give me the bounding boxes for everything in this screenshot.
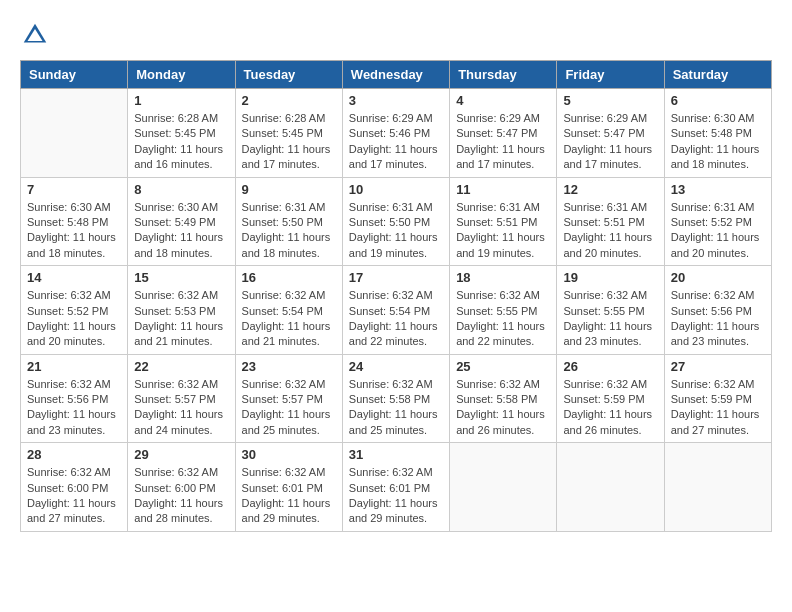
calendar-header-sunday: Sunday xyxy=(21,61,128,89)
day-number: 18 xyxy=(456,270,550,285)
day-info: Sunrise: 6:32 AMSunset: 6:01 PMDaylight:… xyxy=(242,465,336,527)
day-number: 27 xyxy=(671,359,765,374)
calendar-cell xyxy=(450,443,557,532)
calendar-cell: 25Sunrise: 6:32 AMSunset: 5:58 PMDayligh… xyxy=(450,354,557,443)
day-number: 3 xyxy=(349,93,443,108)
day-info: Sunrise: 6:31 AMSunset: 5:51 PMDaylight:… xyxy=(456,200,550,262)
calendar-cell: 19Sunrise: 6:32 AMSunset: 5:55 PMDayligh… xyxy=(557,266,664,355)
day-info: Sunrise: 6:32 AMSunset: 5:59 PMDaylight:… xyxy=(563,377,657,439)
day-number: 31 xyxy=(349,447,443,462)
calendar-cell: 2Sunrise: 6:28 AMSunset: 5:45 PMDaylight… xyxy=(235,89,342,178)
calendar-cell: 23Sunrise: 6:32 AMSunset: 5:57 PMDayligh… xyxy=(235,354,342,443)
day-number: 19 xyxy=(563,270,657,285)
calendar-cell: 15Sunrise: 6:32 AMSunset: 5:53 PMDayligh… xyxy=(128,266,235,355)
day-info: Sunrise: 6:29 AMSunset: 5:46 PMDaylight:… xyxy=(349,111,443,173)
day-number: 26 xyxy=(563,359,657,374)
calendar-cell: 12Sunrise: 6:31 AMSunset: 5:51 PMDayligh… xyxy=(557,177,664,266)
day-number: 17 xyxy=(349,270,443,285)
calendar-header-saturday: Saturday xyxy=(664,61,771,89)
calendar-cell: 7Sunrise: 6:30 AMSunset: 5:48 PMDaylight… xyxy=(21,177,128,266)
calendar-cell: 10Sunrise: 6:31 AMSunset: 5:50 PMDayligh… xyxy=(342,177,449,266)
day-info: Sunrise: 6:32 AMSunset: 5:53 PMDaylight:… xyxy=(134,288,228,350)
day-number: 21 xyxy=(27,359,121,374)
day-number: 22 xyxy=(134,359,228,374)
day-info: Sunrise: 6:28 AMSunset: 5:45 PMDaylight:… xyxy=(134,111,228,173)
calendar-cell xyxy=(664,443,771,532)
calendar-cell: 4Sunrise: 6:29 AMSunset: 5:47 PMDaylight… xyxy=(450,89,557,178)
day-number: 15 xyxy=(134,270,228,285)
day-info: Sunrise: 6:29 AMSunset: 5:47 PMDaylight:… xyxy=(456,111,550,173)
calendar-week-row-0: 1Sunrise: 6:28 AMSunset: 5:45 PMDaylight… xyxy=(21,89,772,178)
day-info: Sunrise: 6:32 AMSunset: 5:56 PMDaylight:… xyxy=(27,377,121,439)
calendar-cell: 9Sunrise: 6:31 AMSunset: 5:50 PMDaylight… xyxy=(235,177,342,266)
day-number: 20 xyxy=(671,270,765,285)
calendar-cell: 20Sunrise: 6:32 AMSunset: 5:56 PMDayligh… xyxy=(664,266,771,355)
logo-icon xyxy=(20,20,50,50)
calendar-cell: 14Sunrise: 6:32 AMSunset: 5:52 PMDayligh… xyxy=(21,266,128,355)
day-info: Sunrise: 6:32 AMSunset: 6:00 PMDaylight:… xyxy=(134,465,228,527)
day-number: 13 xyxy=(671,182,765,197)
calendar-cell: 28Sunrise: 6:32 AMSunset: 6:00 PMDayligh… xyxy=(21,443,128,532)
calendar-cell: 6Sunrise: 6:30 AMSunset: 5:48 PMDaylight… xyxy=(664,89,771,178)
day-info: Sunrise: 6:32 AMSunset: 5:54 PMDaylight:… xyxy=(349,288,443,350)
calendar-header-tuesday: Tuesday xyxy=(235,61,342,89)
day-info: Sunrise: 6:32 AMSunset: 5:58 PMDaylight:… xyxy=(349,377,443,439)
day-number: 28 xyxy=(27,447,121,462)
day-number: 2 xyxy=(242,93,336,108)
day-number: 4 xyxy=(456,93,550,108)
day-info: Sunrise: 6:32 AMSunset: 5:55 PMDaylight:… xyxy=(563,288,657,350)
calendar-header-row: SundayMondayTuesdayWednesdayThursdayFrid… xyxy=(21,61,772,89)
day-info: Sunrise: 6:32 AMSunset: 5:59 PMDaylight:… xyxy=(671,377,765,439)
calendar-cell: 16Sunrise: 6:32 AMSunset: 5:54 PMDayligh… xyxy=(235,266,342,355)
calendar-cell: 31Sunrise: 6:32 AMSunset: 6:01 PMDayligh… xyxy=(342,443,449,532)
day-number: 6 xyxy=(671,93,765,108)
calendar-week-row-4: 28Sunrise: 6:32 AMSunset: 6:00 PMDayligh… xyxy=(21,443,772,532)
day-info: Sunrise: 6:32 AMSunset: 5:56 PMDaylight:… xyxy=(671,288,765,350)
calendar-week-row-1: 7Sunrise: 6:30 AMSunset: 5:48 PMDaylight… xyxy=(21,177,772,266)
calendar-cell: 11Sunrise: 6:31 AMSunset: 5:51 PMDayligh… xyxy=(450,177,557,266)
calendar-cell: 17Sunrise: 6:32 AMSunset: 5:54 PMDayligh… xyxy=(342,266,449,355)
day-number: 14 xyxy=(27,270,121,285)
calendar-table: SundayMondayTuesdayWednesdayThursdayFrid… xyxy=(20,60,772,532)
calendar-cell xyxy=(21,89,128,178)
calendar-cell: 22Sunrise: 6:32 AMSunset: 5:57 PMDayligh… xyxy=(128,354,235,443)
day-info: Sunrise: 6:32 AMSunset: 6:00 PMDaylight:… xyxy=(27,465,121,527)
logo xyxy=(20,20,54,50)
day-number: 1 xyxy=(134,93,228,108)
day-info: Sunrise: 6:31 AMSunset: 5:50 PMDaylight:… xyxy=(242,200,336,262)
calendar-cell: 18Sunrise: 6:32 AMSunset: 5:55 PMDayligh… xyxy=(450,266,557,355)
day-number: 9 xyxy=(242,182,336,197)
day-info: Sunrise: 6:31 AMSunset: 5:51 PMDaylight:… xyxy=(563,200,657,262)
day-info: Sunrise: 6:32 AMSunset: 5:57 PMDaylight:… xyxy=(242,377,336,439)
day-number: 5 xyxy=(563,93,657,108)
day-info: Sunrise: 6:30 AMSunset: 5:49 PMDaylight:… xyxy=(134,200,228,262)
day-info: Sunrise: 6:31 AMSunset: 5:52 PMDaylight:… xyxy=(671,200,765,262)
day-number: 10 xyxy=(349,182,443,197)
page-header xyxy=(20,20,772,50)
calendar-week-row-2: 14Sunrise: 6:32 AMSunset: 5:52 PMDayligh… xyxy=(21,266,772,355)
calendar-cell: 8Sunrise: 6:30 AMSunset: 5:49 PMDaylight… xyxy=(128,177,235,266)
calendar-header-wednesday: Wednesday xyxy=(342,61,449,89)
calendar-cell: 24Sunrise: 6:32 AMSunset: 5:58 PMDayligh… xyxy=(342,354,449,443)
day-number: 23 xyxy=(242,359,336,374)
day-info: Sunrise: 6:32 AMSunset: 5:58 PMDaylight:… xyxy=(456,377,550,439)
calendar-cell: 26Sunrise: 6:32 AMSunset: 5:59 PMDayligh… xyxy=(557,354,664,443)
day-info: Sunrise: 6:32 AMSunset: 6:01 PMDaylight:… xyxy=(349,465,443,527)
calendar-week-row-3: 21Sunrise: 6:32 AMSunset: 5:56 PMDayligh… xyxy=(21,354,772,443)
day-number: 30 xyxy=(242,447,336,462)
day-number: 7 xyxy=(27,182,121,197)
calendar-cell: 29Sunrise: 6:32 AMSunset: 6:00 PMDayligh… xyxy=(128,443,235,532)
day-number: 24 xyxy=(349,359,443,374)
calendar-cell: 30Sunrise: 6:32 AMSunset: 6:01 PMDayligh… xyxy=(235,443,342,532)
calendar-cell: 1Sunrise: 6:28 AMSunset: 5:45 PMDaylight… xyxy=(128,89,235,178)
day-info: Sunrise: 6:28 AMSunset: 5:45 PMDaylight:… xyxy=(242,111,336,173)
day-info: Sunrise: 6:30 AMSunset: 5:48 PMDaylight:… xyxy=(27,200,121,262)
day-info: Sunrise: 6:29 AMSunset: 5:47 PMDaylight:… xyxy=(563,111,657,173)
calendar-body: 1Sunrise: 6:28 AMSunset: 5:45 PMDaylight… xyxy=(21,89,772,532)
calendar-cell xyxy=(557,443,664,532)
day-info: Sunrise: 6:32 AMSunset: 5:54 PMDaylight:… xyxy=(242,288,336,350)
day-number: 11 xyxy=(456,182,550,197)
calendar-header-friday: Friday xyxy=(557,61,664,89)
calendar-cell: 13Sunrise: 6:31 AMSunset: 5:52 PMDayligh… xyxy=(664,177,771,266)
calendar-cell: 3Sunrise: 6:29 AMSunset: 5:46 PMDaylight… xyxy=(342,89,449,178)
